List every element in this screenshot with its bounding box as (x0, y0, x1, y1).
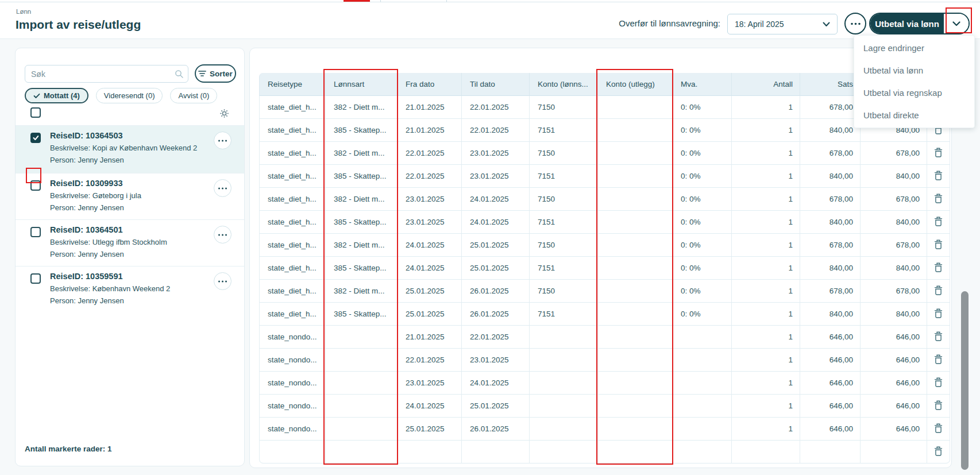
table-cell[interactable] (598, 395, 673, 418)
table-cell[interactable]: 646,00 (861, 349, 927, 372)
table-cell[interactable]: 678,00 (861, 142, 927, 165)
table-cell[interactable]: state_diet_h... (259, 188, 326, 211)
table-cell[interactable]: 646,00 (800, 372, 861, 395)
menu-item[interactable]: Utbetal via regnskap (854, 82, 974, 104)
table-cell[interactable]: state_diet_h... (259, 96, 326, 119)
table-cell[interactable]: 1 (732, 96, 800, 119)
table-cell[interactable]: state_nondo... (259, 349, 326, 372)
list-item[interactable]: ReiseID: 10359591Beskrivelse: København … (16, 266, 244, 312)
table-cell[interactable]: 0: 0% (673, 280, 732, 303)
table-cell[interactable]: 1 (732, 280, 800, 303)
table-cell[interactable] (673, 326, 732, 349)
table-cell[interactable]: 22.01.2025 (462, 326, 530, 349)
gear-icon[interactable] (219, 109, 229, 121)
menu-item[interactable]: Utbetal via lønn (854, 59, 974, 82)
table-cell[interactable]: 1 (732, 165, 800, 188)
table-cell[interactable]: 840,00 (800, 119, 861, 142)
trip-more-button[interactable] (214, 226, 232, 244)
table-cell[interactable] (598, 211, 673, 234)
payout-dropdown-toggle[interactable] (944, 14, 969, 33)
table-cell[interactable]: 25.01.2025 (462, 395, 530, 418)
table-cell[interactable]: state_nondo... (259, 372, 326, 395)
list-item[interactable]: ReiseID: 10309933Beskrivelse: Gøteborg i… (16, 173, 244, 219)
table-cell[interactable]: 678,00 (861, 188, 927, 211)
trip-more-button[interactable] (214, 179, 232, 197)
list-item[interactable]: ReiseID: 10364501Beskrivelse: Utlegg ifb… (16, 219, 244, 266)
table-cell[interactable] (530, 441, 598, 464)
table-cell[interactable] (598, 326, 673, 349)
filter-chip[interactable]: Avvist (0) (170, 88, 217, 103)
trip-checkbox[interactable] (30, 180, 41, 191)
table-cell[interactable] (530, 326, 598, 349)
table-cell[interactable] (462, 441, 530, 464)
table-cell[interactable]: state_nondo... (259, 326, 326, 349)
delete-row-button[interactable] (927, 280, 950, 303)
table-cell[interactable]: 382 - Diett m... (326, 188, 398, 211)
table-cell[interactable]: 1 (732, 326, 800, 349)
table-cell[interactable]: 1 (732, 188, 800, 211)
table-cell[interactable]: 7150 (530, 280, 598, 303)
table-cell[interactable] (861, 441, 927, 464)
table-cell[interactable]: 7151 (530, 165, 598, 188)
table-cell[interactable]: 840,00 (800, 211, 861, 234)
table-cell[interactable] (598, 418, 673, 441)
table-cell[interactable]: 7151 (530, 211, 598, 234)
delete-row-button[interactable] (927, 395, 950, 418)
table-cell[interactable] (598, 96, 673, 119)
table-cell[interactable]: 678,00 (800, 142, 861, 165)
table-cell[interactable]: 1 (732, 234, 800, 257)
table-cell[interactable]: 840,00 (800, 257, 861, 280)
table-cell[interactable]: 840,00 (861, 211, 927, 234)
table-cell[interactable]: 25.01.2025 (398, 418, 462, 441)
table-cell[interactable]: 646,00 (800, 395, 861, 418)
table-cell[interactable]: 25.01.2025 (398, 303, 462, 326)
table-cell[interactable]: 678,00 (800, 234, 861, 257)
delete-row-button[interactable] (927, 142, 950, 165)
trip-checkbox[interactable] (30, 133, 41, 143)
table-cell[interactable]: 24.01.2025 (462, 211, 530, 234)
delete-row-button[interactable] (927, 165, 950, 188)
table-cell[interactable]: 0: 0% (673, 211, 732, 234)
table-cell[interactable] (530, 349, 598, 372)
menu-item[interactable]: Utbetal direkte (854, 104, 974, 126)
table-cell[interactable] (326, 326, 398, 349)
table-cell[interactable]: 0: 0% (673, 303, 732, 326)
table-cell[interactable]: 840,00 (800, 303, 861, 326)
table-cell[interactable]: 24.01.2025 (398, 234, 462, 257)
table-cell[interactable]: 7150 (530, 234, 598, 257)
table-cell[interactable]: 23.01.2025 (462, 349, 530, 372)
table-cell[interactable] (326, 441, 398, 464)
table-cell[interactable]: 646,00 (861, 395, 927, 418)
table-cell[interactable]: 385 - Skattep... (326, 211, 398, 234)
menu-item[interactable]: Lagre endringer (854, 37, 974, 59)
table-cell[interactable]: 24.01.2025 (462, 188, 530, 211)
table-cell[interactable]: 678,00 (861, 234, 927, 257)
list-item[interactable]: ReiseID: 10364503Beskrivelse: Kopi av Kø… (16, 125, 244, 173)
table-cell[interactable]: state_diet_h... (259, 119, 326, 142)
table-cell[interactable] (326, 395, 398, 418)
table-cell[interactable]: 646,00 (800, 326, 861, 349)
delete-row-button[interactable] (927, 188, 950, 211)
table-cell[interactable]: state_diet_h... (259, 280, 326, 303)
table-cell[interactable] (673, 441, 732, 464)
table-cell[interactable]: state_nondo... (259, 395, 326, 418)
table-cell[interactable]: 7150 (530, 142, 598, 165)
table-cell[interactable] (598, 119, 673, 142)
table-cell[interactable]: 23.01.2025 (462, 165, 530, 188)
table-cell[interactable]: 646,00 (861, 372, 927, 395)
table-cell[interactable]: 1 (732, 119, 800, 142)
payout-primary-button[interactable]: Utbetal via lønn (870, 14, 944, 33)
filter-chip[interactable]: Mottatt (4) (25, 88, 88, 103)
table-cell[interactable]: 646,00 (800, 349, 861, 372)
table-cell[interactable]: 21.01.2025 (398, 96, 462, 119)
table-cell[interactable] (732, 441, 800, 464)
table-cell[interactable]: 646,00 (800, 418, 861, 441)
table-cell[interactable]: 23.01.2025 (398, 188, 462, 211)
delete-row-button[interactable] (927, 349, 950, 372)
table-cell[interactable]: 7151 (530, 303, 598, 326)
table-cell[interactable]: 26.01.2025 (462, 418, 530, 441)
delete-row-button[interactable] (927, 372, 950, 395)
table-cell[interactable] (530, 418, 598, 441)
table-cell[interactable]: state_diet_h... (259, 234, 326, 257)
delete-row-button[interactable] (927, 211, 950, 234)
